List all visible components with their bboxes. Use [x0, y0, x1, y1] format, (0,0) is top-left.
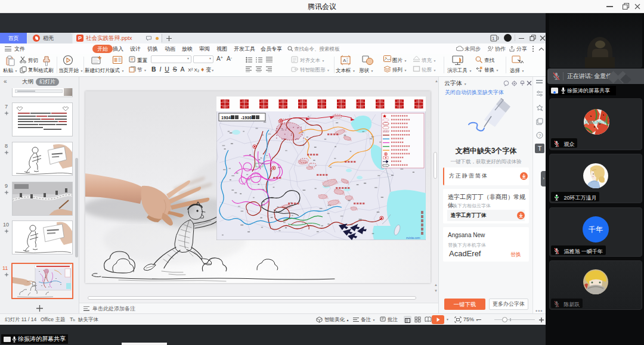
- svg-text:-1936: -1936: [241, 116, 252, 120]
- svg-text:?: ?: [538, 133, 541, 138]
- svg-text:1: 1: [492, 36, 495, 41]
- svg-text:zuixia.com: zuixia.com: [406, 236, 420, 240]
- svg-text:好滋真的好滋: 好滋真的好滋: [585, 120, 606, 125]
- svg-text:A: A: [343, 58, 346, 63]
- svg-text:1934: 1934: [221, 116, 231, 120]
